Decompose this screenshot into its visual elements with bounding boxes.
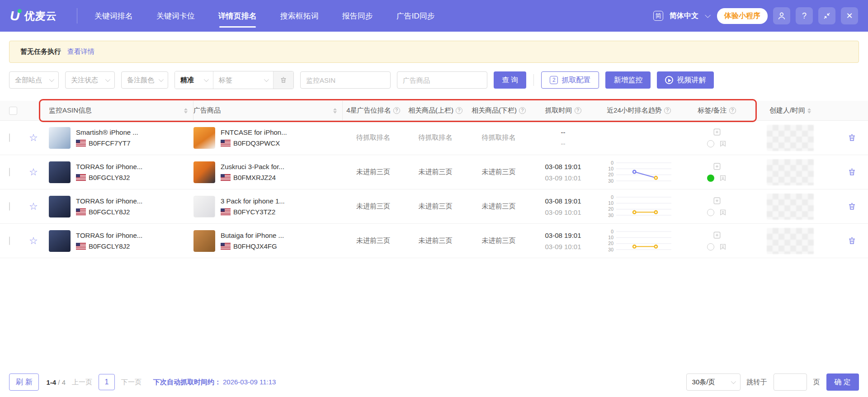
header-monitor-asin[interactable]: 监控ASIN信息 <box>49 101 193 120</box>
ad-product-cell[interactable]: Zuskruci 3-Pack for... B0FMXRJZ24 <box>193 161 343 183</box>
row-checkbox[interactable] <box>9 168 10 176</box>
help-icon[interactable]: ? <box>664 107 671 114</box>
star-icon[interactable]: ☆ <box>29 235 38 246</box>
table-row: ☆ TORRAS for iPhone... B0FGCLY8J2 Butaig… <box>0 224 868 258</box>
mini-program-button[interactable]: 体验小程序 <box>717 8 768 24</box>
status-circle[interactable] <box>707 175 714 182</box>
nav-item-report-sync[interactable]: 报告同步 <box>342 7 373 25</box>
filter-toolbar: 全部站点 关注状态 备注颜色 精准 标签 查 询 2 抓取配置 新增监控 视频讲… <box>9 71 859 89</box>
page-size-select[interactable]: 30条/页 <box>686 373 741 391</box>
query-button[interactable]: 查 询 <box>494 71 526 89</box>
delete-row-icon[interactable] <box>848 236 856 245</box>
header-creator[interactable]: 创建人/时间 <box>752 106 829 115</box>
clear-tag-filter-button[interactable] <box>274 71 293 89</box>
monitor-asin-input[interactable] <box>300 71 391 89</box>
help-icon[interactable]: ? <box>519 107 526 114</box>
next-page-button[interactable]: 下一页 <box>121 378 142 387</box>
ad-product-cell[interactable]: Butaiga for iPhone ... B0FHQJX4FG <box>193 230 343 252</box>
note-color-select[interactable]: 备注颜色 <box>121 71 168 89</box>
note-icon[interactable] <box>719 208 727 217</box>
status-circle[interactable] <box>707 140 714 147</box>
pager: 1-4 / 4 上一页 1 下一页 <box>46 374 142 390</box>
help-icon[interactable]: ? <box>456 107 462 114</box>
prev-page-button[interactable]: 上一页 <box>72 378 92 387</box>
collapse-window-button[interactable] <box>818 7 835 24</box>
row-checkbox[interactable] <box>9 202 10 211</box>
help-icon[interactable]: ? <box>729 107 736 114</box>
add-tag-icon[interactable] <box>713 231 721 239</box>
sort-icon[interactable] <box>333 108 337 113</box>
match-type-select[interactable]: 精准 <box>175 71 213 89</box>
creator-censored-block <box>767 125 814 151</box>
site-select[interactable]: 全部站点 <box>9 71 59 89</box>
user-icon <box>777 11 786 20</box>
monitor-product-cell[interactable]: TORRAS for iPhone... B0FGCLY8J2 <box>49 161 193 183</box>
product-asin: B0FGCLY8J2 <box>89 208 130 216</box>
tag-note-cell <box>682 128 752 148</box>
rank4-value: 未进前三页 <box>343 202 404 211</box>
monitor-product-cell[interactable]: TORRAS for iPhone... B0FGCLY8J2 <box>49 196 193 217</box>
us-flag-icon <box>76 140 86 147</box>
row-checkbox[interactable] <box>9 236 10 245</box>
select-all-checkbox[interactable] <box>9 107 17 115</box>
user-button[interactable] <box>773 7 790 24</box>
note-icon[interactable] <box>719 243 727 251</box>
nav-item-detail-page-rank[interactable]: 详情页排名 <box>218 7 257 25</box>
ad-product-input[interactable] <box>397 71 487 89</box>
nav-item-keyword-rank[interactable]: 关键词排名 <box>94 7 133 25</box>
help-icon[interactable]: ? <box>393 107 400 114</box>
video-guide-button[interactable]: 视频讲解 <box>657 71 714 89</box>
help-button[interactable]: ? <box>796 7 813 24</box>
sort-icon[interactable] <box>184 108 188 113</box>
jump-page-input[interactable] <box>774 373 807 391</box>
us-flag-icon <box>221 208 231 215</box>
star-icon[interactable]: ☆ <box>29 166 38 178</box>
ad-product-cell[interactable]: 3 Pack for iphone 1... B0FYCY3TZ2 <box>193 196 343 217</box>
ad-product-cell[interactable]: FNTCASE for iPhon... B0FDQ3PWCX <box>193 127 343 149</box>
star-icon[interactable]: ☆ <box>29 132 38 143</box>
status-circle[interactable] <box>707 243 714 250</box>
capture-config-button[interactable]: 2 抓取配置 <box>541 71 599 89</box>
follow-status-select[interactable]: 关注状态 <box>65 71 115 89</box>
chevron-down-icon <box>49 77 54 82</box>
monitor-product-cell[interactable]: Smartish® iPhone ... B0FFCF7YT7 <box>49 127 193 149</box>
delete-row-icon[interactable] <box>848 133 856 142</box>
product-title: FNTCASE for iPhon... <box>221 128 287 136</box>
capture-time-first: 03-08 19:01 <box>530 163 596 170</box>
capture-time-last: 03-09 10:01 <box>530 208 596 216</box>
nav-item-ad-id-sync[interactable]: 广告ID同步 <box>396 7 435 25</box>
delete-row-icon[interactable] <box>848 168 856 176</box>
us-flag-icon <box>76 208 86 215</box>
add-tag-icon[interactable] <box>713 162 721 170</box>
language-selector[interactable]: 简体中文 <box>670 11 698 21</box>
confirm-jump-button[interactable]: 确 定 <box>826 373 859 391</box>
delete-row-icon[interactable] <box>848 202 856 211</box>
note-icon[interactable] <box>719 140 727 148</box>
svg-text:30: 30 <box>608 178 613 183</box>
rank4-value: 待抓取排名 <box>343 133 404 142</box>
nav-item-keyword-slot[interactable]: 关键词卡位 <box>156 7 195 25</box>
star-icon[interactable]: ☆ <box>29 201 38 212</box>
tag-select[interactable]: 标签 <box>213 71 273 89</box>
notice-detail-link[interactable]: 查看详情 <box>67 47 94 56</box>
add-tag-icon[interactable] <box>713 197 721 205</box>
current-page[interactable]: 1 <box>99 374 115 390</box>
refresh-button[interactable]: 刷 新 <box>9 373 39 391</box>
svg-text:20: 20 <box>608 172 613 177</box>
related-top-value: 未进前三页 <box>404 236 467 245</box>
monitor-product-cell[interactable]: TORRAS for iPhone... B0FGCLY8J2 <box>49 230 193 252</box>
sort-icon[interactable] <box>807 108 811 113</box>
nav-item-searchbox-words[interactable]: 搜索框拓词 <box>280 7 319 25</box>
header-related-bottom: 相关商品(下栏)? <box>467 106 530 115</box>
add-tag-icon[interactable] <box>713 128 721 136</box>
help-icon[interactable]: ? <box>575 107 581 114</box>
header-ad-product[interactable]: 广告商品 <box>193 101 343 120</box>
close-button[interactable]: ✕ <box>841 7 858 24</box>
creator-censored-block <box>767 159 814 185</box>
capture-config-badge-icon: 2 <box>550 76 558 84</box>
status-circle[interactable] <box>707 209 714 216</box>
note-icon[interactable] <box>719 174 727 182</box>
row-checkbox[interactable] <box>9 133 10 142</box>
add-monitor-button[interactable]: 新增监控 <box>605 71 651 89</box>
pagination-bar: 刷 新 1-4 / 4 上一页 1 下一页 下次自动抓取时间约：2026-03-… <box>0 373 868 391</box>
